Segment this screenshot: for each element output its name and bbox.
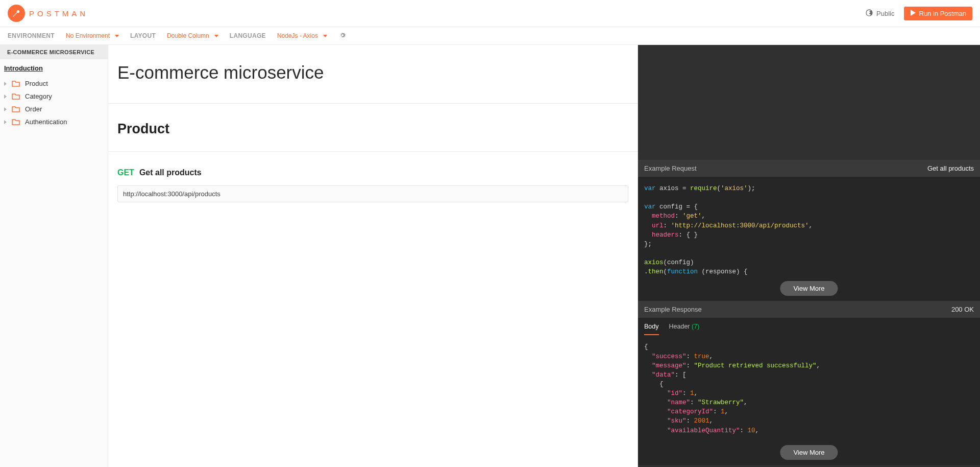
environment-value: No Environment — [66, 32, 110, 39]
example-request-label: Example Request — [644, 165, 697, 172]
request-name: Get all products — [139, 168, 202, 177]
code-examples-pane: Example Request Get all products var axi… — [638, 45, 980, 467]
request-url-box[interactable]: http://localhost:3000/api/products — [117, 185, 628, 202]
language-value: NodeJs - Axios — [277, 32, 318, 39]
section-title: Product — [117, 121, 628, 137]
chevron-right-icon — [4, 95, 7, 99]
sidebar-item-label: Order — [25, 105, 42, 113]
visibility-text: Public — [876, 10, 894, 17]
example-response-label: Example Response — [644, 306, 702, 313]
sidebar-introduction-link[interactable]: Introduction — [0, 59, 108, 77]
page-title: E-commerce microservice — [117, 62, 628, 83]
caret-down-icon — [214, 35, 218, 37]
sidebar-item-label: Category — [25, 92, 52, 100]
postman-logo-icon — [8, 5, 25, 22]
http-method-badge: GET — [117, 168, 134, 177]
logo[interactable]: POSTMAN — [8, 5, 88, 22]
chevron-right-icon — [4, 120, 7, 124]
folder-icon — [12, 80, 20, 87]
tab-header[interactable]: Header (7) — [669, 323, 700, 335]
layout-value: Double Column — [167, 32, 209, 39]
settings-button[interactable] — [338, 31, 347, 41]
environment-label: ENVIRONMENT — [8, 32, 55, 39]
sidebar-item-label: Authentication — [25, 118, 67, 126]
play-icon — [910, 10, 916, 17]
language-selector[interactable]: NodeJs - Axios — [277, 32, 327, 39]
response-tabs: Body Header (7) — [638, 318, 980, 335]
sidebar: E-COMMERCE MICROSERVICE Introduction Pro… — [0, 45, 108, 467]
example-response-bar: Example Response 200 OK — [638, 301, 980, 318]
run-btn-label: Run in Postman — [919, 10, 967, 17]
language-label: LANGUAGE — [230, 32, 266, 39]
folder-icon — [12, 93, 20, 100]
view-more-response-button[interactable]: View More — [780, 445, 838, 460]
header-count: (7) — [692, 323, 699, 330]
top-bar: POSTMAN Public Run in Postman — [0, 0, 980, 27]
chevron-right-icon — [4, 82, 7, 86]
documentation-pane: E-commerce microservice Product GET Get … — [108, 45, 638, 467]
sidebar-item-product[interactable]: Product — [0, 77, 108, 90]
example-request-name[interactable]: Get all products — [927, 165, 974, 172]
example-request-bar: Example Request Get all products — [638, 160, 980, 177]
caret-down-icon — [115, 35, 119, 37]
response-code-block[interactable]: { "success": true, "message": "Product r… — [638, 335, 980, 464]
chevron-right-icon — [4, 107, 7, 111]
folder-icon — [12, 106, 20, 112]
run-in-postman-button[interactable]: Run in Postman — [904, 7, 973, 20]
response-status: 200 OK — [951, 306, 974, 313]
layout-selector[interactable]: Double Column — [167, 32, 218, 39]
view-more-request-button[interactable]: View More — [780, 281, 838, 296]
environment-selector[interactable]: No Environment — [66, 32, 119, 39]
sidebar-collection-title: E-COMMERCE MICROSERVICE — [0, 45, 108, 59]
config-bar: ENVIRONMENT No Environment LAYOUT Double… — [0, 27, 980, 45]
request-code-block[interactable]: var axios = require('axios'); var config… — [638, 177, 980, 301]
globe-icon — [865, 9, 873, 18]
gear-icon — [338, 34, 347, 41]
sidebar-item-category[interactable]: Category — [0, 90, 108, 103]
sidebar-item-order[interactable]: Order — [0, 103, 108, 115]
sidebar-item-authentication[interactable]: Authentication — [0, 115, 108, 128]
layout-label: LAYOUT — [130, 32, 156, 39]
tab-body[interactable]: Body — [644, 323, 659, 335]
caret-down-icon — [323, 35, 327, 37]
visibility-indicator[interactable]: Public — [865, 9, 894, 18]
sidebar-item-label: Product — [25, 80, 48, 87]
folder-icon — [12, 119, 20, 125]
brand-text: POSTMAN — [29, 9, 88, 18]
